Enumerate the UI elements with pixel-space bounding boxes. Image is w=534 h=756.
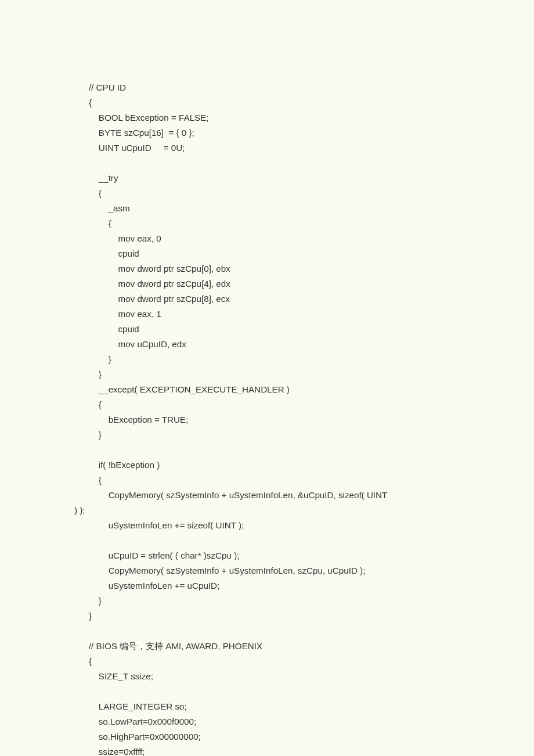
- code-line: LARGE_INTEGER so;: [79, 699, 511, 714]
- code-line: }: [79, 367, 511, 382]
- code-line: [79, 533, 511, 548]
- code-line: {: [79, 473, 511, 488]
- code-line: [79, 156, 511, 171]
- code-line: uSystemInfoLen += sizeof( UINT );: [79, 518, 511, 533]
- code-line: ssize=0xffff;: [79, 744, 511, 756]
- code-line: CopyMemory( szSystemInfo + uSystemInfoLe…: [79, 563, 511, 578]
- code-line: // BIOS 编号，支持 AMI, AWARD, PHOENIX: [79, 639, 511, 654]
- code-line: so.LowPart=0x000f0000;: [79, 714, 511, 729]
- code-listing: // CPU ID { BOOL bException = FALSE; BYT…: [79, 80, 511, 756]
- code-line: BYTE szCpu[16] = { 0 };: [79, 125, 511, 141]
- code-line: cpuid: [79, 246, 511, 261]
- code-line: UINT uCpuID = 0U;: [79, 141, 511, 156]
- code-line: mov dword ptr szCpu[0], ebx: [79, 261, 511, 276]
- code-line: ) );: [74, 503, 511, 518]
- code-line: __try: [79, 171, 511, 186]
- code-line: {: [79, 216, 511, 231]
- code-line: __except( EXCEPTION_EXECUTE_HANDLER ): [79, 382, 511, 397]
- code-line: {: [79, 95, 511, 110]
- code-line: mov eax, 0: [79, 231, 511, 246]
- code-line: // CPU ID: [79, 80, 511, 95]
- code-line: mov uCpuID, edx: [79, 337, 511, 352]
- code-line: {: [79, 654, 511, 669]
- code-line: }: [79, 609, 511, 624]
- code-line: uCpuID = strlen( ( char* )szCpu );: [79, 548, 511, 563]
- code-line: [79, 684, 511, 699]
- code-line: }: [79, 352, 511, 367]
- code-line: so.HighPart=0x00000000;: [79, 729, 511, 744]
- code-line: mov dword ptr szCpu[4], edx: [79, 276, 511, 291]
- code-line: [79, 442, 511, 458]
- code-line: bException = TRUE;: [79, 412, 511, 427]
- code-line: }: [79, 427, 511, 442]
- code-line: {: [79, 186, 511, 201]
- code-line: cpuid: [79, 322, 511, 337]
- code-line: BOOL bException = FALSE;: [79, 110, 511, 125]
- code-line: SIZE_T ssize;: [79, 669, 511, 684]
- code-line: {: [79, 397, 511, 412]
- document-page: // CPU ID { BOOL bException = FALSE; BYT…: [0, 0, 534, 756]
- code-line: _asm: [79, 201, 511, 216]
- code-line: uSystemInfoLen += uCpuID;: [79, 578, 511, 593]
- code-line: CopyMemory( szSystemInfo + uSystemInfoLe…: [79, 488, 511, 503]
- code-line: mov eax, 1: [79, 307, 511, 322]
- code-line: }: [79, 593, 511, 609]
- code-line: mov dword ptr szCpu[8], ecx: [79, 291, 511, 307]
- code-line: if( !bException ): [79, 458, 511, 473]
- code-line: [79, 624, 511, 639]
